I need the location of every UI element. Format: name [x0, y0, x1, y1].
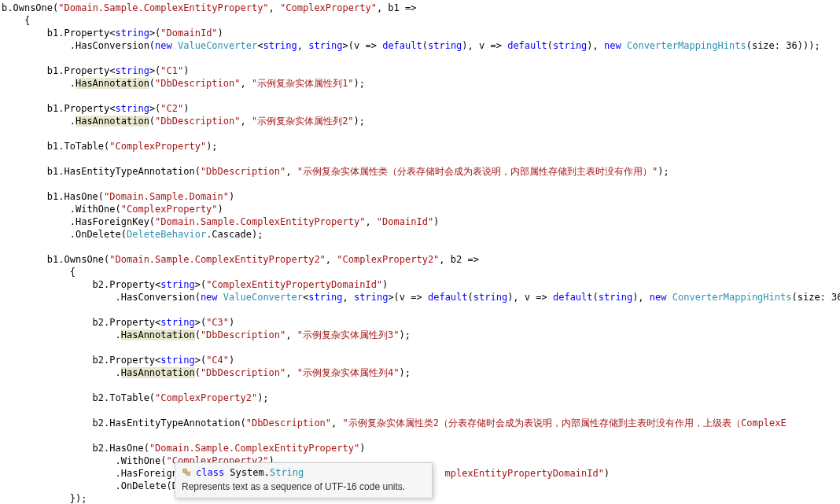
tooltip-signature: class System.String — [196, 466, 304, 479]
quickinfo-tooltip: class System.String Represents text as a… — [175, 462, 433, 498]
highlighted-reference: HasAnnotation — [76, 116, 149, 127]
code-editor[interactable]: b.OwnsOne("Domain.Sample.ComplexEntityPr… — [0, 0, 840, 504]
highlighted-reference: HasAnnotation — [121, 329, 195, 340]
tooltip-description: Represents text as a sequence of UTF-16 … — [182, 480, 426, 493]
svg-rect-1 — [186, 472, 190, 475]
svg-rect-0 — [183, 469, 186, 473]
highlighted-reference: HasAnnotation — [121, 367, 195, 378]
class-icon — [182, 467, 193, 478]
highlighted-reference: HasAnnotation — [76, 78, 149, 89]
